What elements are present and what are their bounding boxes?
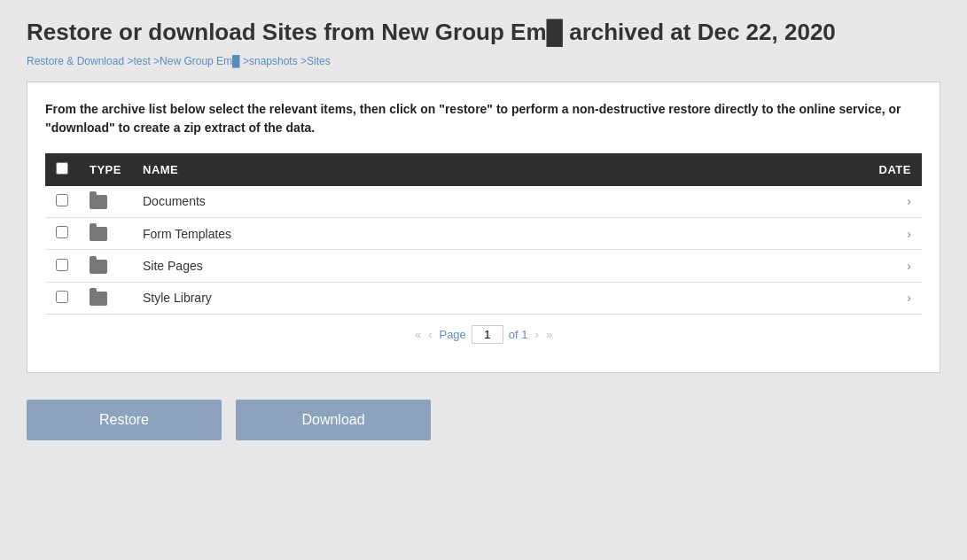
folder-icon <box>90 260 107 274</box>
row-chevron[interactable]: › <box>663 282 922 314</box>
chevron-right-icon: › <box>907 227 911 241</box>
table-row: Site Pages› <box>45 250 922 282</box>
next-page-button[interactable]: › <box>534 328 541 341</box>
row-checkbox-2[interactable] <box>56 226 68 238</box>
folder-icon <box>90 227 107 241</box>
chevron-right-icon: › <box>907 291 911 305</box>
download-button[interactable]: Download <box>236 400 431 440</box>
action-buttons: Restore Download <box>27 400 940 440</box>
breadcrumb-test[interactable]: test <box>133 55 150 67</box>
prev-page-button[interactable]: ‹ <box>426 328 433 341</box>
type-column-header: TYPE <box>79 153 132 186</box>
breadcrumb: Restore & Download >test >New Group Em█ … <box>27 55 940 67</box>
restore-button[interactable]: Restore <box>27 400 222 440</box>
first-page-button[interactable]: « <box>413 328 423 341</box>
row-chevron[interactable]: › <box>663 250 922 282</box>
row-name: Style Library <box>132 282 663 314</box>
of-label: of 1 <box>507 328 530 341</box>
row-chevron[interactable]: › <box>663 218 922 250</box>
row-chevron[interactable]: › <box>663 186 922 218</box>
select-all-checkbox[interactable] <box>56 162 68 175</box>
row-checkbox-4[interactable] <box>56 291 68 303</box>
breadcrumb-restore[interactable]: Restore & Download <box>27 55 124 67</box>
page-label: Page <box>437 328 467 341</box>
table-row: Style Library› <box>45 282 922 314</box>
items-table: TYPE NAME DATE Documents›Form Templates›… <box>45 153 922 354</box>
row-checkbox-3[interactable] <box>56 259 68 271</box>
table-row: Documents› <box>45 186 922 218</box>
breadcrumb-group[interactable]: New Group Em█ <box>160 55 240 67</box>
chevron-right-icon: › <box>907 259 911 273</box>
chevron-right-icon: › <box>907 194 911 208</box>
table-row: Form Templates› <box>45 218 922 250</box>
name-column-header: NAME <box>132 153 663 186</box>
folder-icon <box>90 292 107 306</box>
page-input[interactable] <box>472 325 503 344</box>
last-page-button[interactable]: » <box>544 328 554 341</box>
row-name: Form Templates <box>132 218 663 250</box>
row-checkbox-1[interactable] <box>56 194 68 206</box>
breadcrumb-snapshots[interactable]: snapshots <box>249 55 298 67</box>
row-name: Site Pages <box>132 250 663 282</box>
breadcrumb-sites[interactable]: Sites <box>307 55 331 67</box>
page-title: Restore or download Sites from New Group… <box>27 18 940 48</box>
instructions-text: From the archive list below select the r… <box>45 100 922 137</box>
date-column-header: DATE <box>663 153 922 186</box>
pagination-row: « ‹ Page of 1 › » <box>45 314 922 354</box>
row-name: Documents <box>132 186 663 218</box>
main-card: From the archive list below select the r… <box>27 82 940 373</box>
pagination-controls: « ‹ Page of 1 › » <box>413 325 554 344</box>
folder-icon <box>90 195 107 209</box>
